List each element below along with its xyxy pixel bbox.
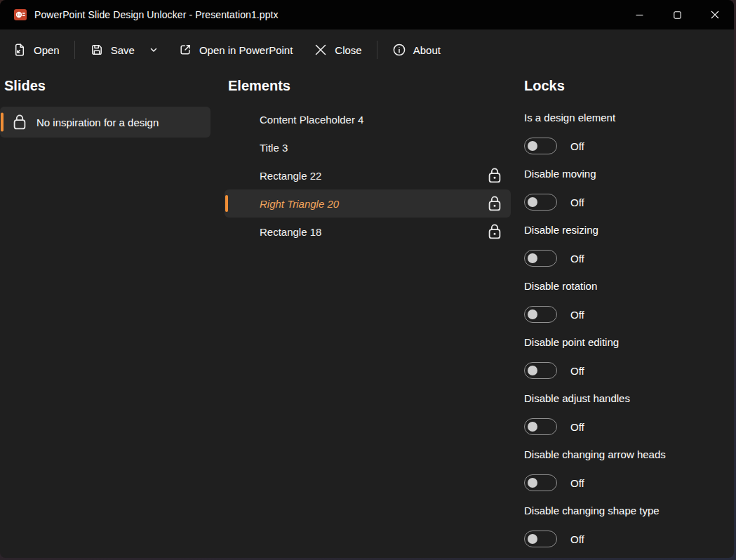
titlebar: PowerPoint Slide Design Unlocker - Prese…	[0, 0, 734, 29]
toggle-switch[interactable]	[524, 531, 557, 547]
lock-setting-group: Is a design elementOff	[524, 111, 729, 154]
toggle-knob	[528, 366, 537, 375]
toolbar-button-label: Close	[335, 44, 361, 56]
toggle-switch[interactable]	[524, 194, 557, 211]
lock-setting-group: Disable adjust handlesOff	[524, 392, 729, 435]
elements-list: Content Placeholder 4Title 3Rectangle 22…	[225, 105, 511, 246]
element-list-item[interactable]: Right Triangle 20	[225, 189, 511, 218]
element-item-label: Rectangle 18	[260, 226, 321, 238]
close-button[interactable]: Close	[305, 36, 370, 63]
lock-icon	[12, 113, 27, 132]
toggle-row: Off	[524, 194, 729, 211]
toggle-state-label: Off	[570, 140, 584, 152]
lock-setting-group: Disable rotationOff	[524, 279, 729, 323]
toggle-state-label: Off	[570, 196, 584, 208]
toggle-knob	[528, 197, 537, 207]
window-title: PowerPoint Slide Design Unlocker - Prese…	[34, 9, 279, 20]
lock-icon	[487, 166, 502, 185]
element-item-label: Right Triangle 20	[260, 198, 339, 210]
toggle-row: Off	[524, 362, 729, 379]
element-item-label: Content Placeholder 4	[260, 114, 363, 126]
element-list-item[interactable]: Rectangle 22	[225, 161, 511, 189]
toolbar-button-label: Save	[111, 44, 135, 56]
powerpoint-app-icon	[14, 8, 27, 21]
toggle-switch[interactable]	[524, 362, 557, 379]
external-link-icon	[178, 43, 192, 57]
element-list-item[interactable]: Title 3	[225, 133, 511, 161]
element-list-item[interactable]: Rectangle 18	[225, 218, 511, 246]
save-icon	[90, 43, 104, 57]
elements-panel-title: Elements	[228, 76, 511, 95]
close-icon	[314, 43, 328, 57]
toggle-row: Off	[524, 418, 729, 435]
toolbar-button-label: About	[413, 44, 441, 56]
element-item-label: Rectangle 22	[260, 170, 321, 182]
toggle-state-label: Off	[570, 533, 584, 545]
toggle-knob	[528, 253, 537, 263]
close-icon	[711, 11, 719, 19]
lock-setting-group: Disable changing arrow headsOff	[524, 448, 729, 491]
toggle-switch[interactable]	[524, 138, 557, 154]
chevron-down-icon	[147, 43, 161, 57]
toggle-row: Off	[524, 474, 729, 491]
toggle-row: Off	[524, 531, 729, 547]
app-window: PowerPoint Slide Design Unlocker - Prese…	[0, 0, 734, 558]
lock-setting-group: Disable movingOff	[524, 167, 729, 211]
window-close-button[interactable]	[696, 0, 734, 29]
element-list-item[interactable]: Content Placeholder 4	[225, 105, 511, 133]
slide-item-label: No inspiration for a design	[36, 116, 159, 128]
locks-list: Is a design elementOffDisable movingOffD…	[524, 111, 729, 547]
maximize-icon	[674, 11, 681, 19]
slides-panel-title: Slides	[4, 76, 210, 95]
slides-panel: Slides No inspiration for a design	[0, 70, 210, 138]
toolbar-separator	[377, 41, 377, 59]
main-content: Slides No inspiration for a design Eleme…	[0, 70, 734, 558]
toggle-row: Off	[524, 250, 729, 267]
lock-setting-group: Disable resizingOff	[524, 223, 729, 267]
toggle-knob	[528, 422, 537, 432]
selection-accent-pill	[225, 195, 228, 212]
locks-panel-title: Locks	[524, 76, 729, 95]
toggle-knob	[528, 478, 537, 488]
lock-icon	[487, 194, 502, 213]
about-button[interactable]: About	[383, 36, 450, 63]
open-in-powerpoint-button[interactable]: Open in PowerPoint	[169, 36, 302, 63]
toolbar-button-label: Open	[34, 44, 60, 56]
lock-setting-label: Disable changing shape type	[524, 504, 729, 518]
toggle-switch[interactable]	[524, 250, 557, 267]
toolbar-separator	[74, 41, 75, 59]
maximize-button[interactable]	[658, 0, 696, 29]
selection-accent-pill	[1, 113, 4, 132]
lock-setting-label: Disable rotation	[524, 279, 729, 293]
lock-setting-group: Disable changing shape typeOff	[524, 504, 729, 547]
open-button[interactable]: Open	[4, 36, 69, 63]
lock-icon	[487, 222, 502, 241]
locks-panel: Locks Is a design elementOffDisable movi…	[524, 70, 729, 558]
toggle-row: Off	[524, 138, 729, 154]
slides-list: No inspiration for a design	[0, 107, 210, 138]
toolbar: OpenSaveOpen in PowerPointCloseAbout	[0, 29, 734, 70]
info-icon	[392, 43, 406, 57]
minimize-button[interactable]	[620, 0, 658, 29]
lock-setting-label: Disable point editing	[524, 335, 729, 349]
toggle-state-label: Off	[570, 365, 584, 377]
lock-setting-label: Disable moving	[524, 167, 729, 181]
lock-setting-label: Disable resizing	[524, 223, 729, 237]
toggle-row: Off	[524, 306, 729, 323]
save-button[interactable]: Save	[81, 36, 144, 63]
toggle-switch[interactable]	[524, 418, 557, 435]
lock-setting-label: Disable adjust handles	[524, 392, 729, 406]
toolbar-button-label: Open in PowerPoint	[199, 44, 293, 56]
toggle-knob	[528, 309, 537, 319]
save-dropdown-button[interactable]	[141, 36, 166, 63]
element-item-label: Title 3	[260, 142, 288, 154]
toggle-knob	[528, 141, 537, 151]
open-file-icon	[13, 43, 27, 57]
slide-list-item[interactable]: No inspiration for a design	[0, 107, 210, 138]
toggle-switch[interactable]	[524, 474, 557, 491]
lock-setting-group: Disable point editingOff	[524, 335, 729, 379]
elements-panel: Elements Content Placeholder 4Title 3Rec…	[225, 70, 511, 246]
minimize-icon	[636, 11, 643, 19]
window-controls	[620, 0, 734, 29]
toggle-switch[interactable]	[524, 306, 557, 323]
